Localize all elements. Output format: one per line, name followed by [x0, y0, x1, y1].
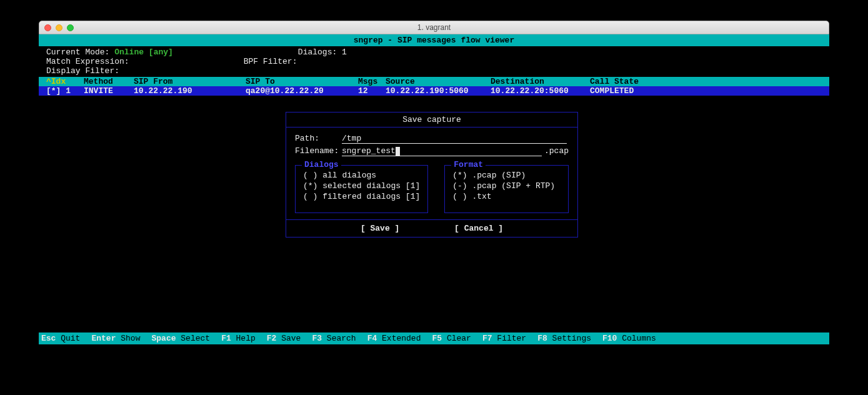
sb-columns[interactable]: F10 Columns [602, 334, 656, 343]
dialogs-legend: Dialogs [302, 160, 341, 169]
sb-help[interactable]: F1 Help [221, 334, 256, 343]
cancel-button[interactable]: [ Cancel ] [454, 224, 503, 233]
dialog-backdrop: Save capture Path: /tmp Filename: sngrep… [39, 96, 829, 258]
path-input[interactable]: /tmp [342, 134, 567, 144]
filename-label: Filename: [295, 146, 342, 156]
row-destination: 10.22.22.20:5060 [491, 86, 590, 96]
sb-search[interactable]: F3 Search [312, 334, 356, 343]
sb-extended[interactable]: F4 Extended [367, 334, 421, 343]
row-sip-from: 10.22.22.190 [134, 86, 246, 96]
mode-value: Online [any] [114, 48, 173, 57]
dialog-actions: [ Save ] [ Cancel ] [286, 219, 577, 237]
format-legend: Format [451, 160, 486, 169]
row-method: INVITE [84, 86, 134, 96]
method-header[interactable]: Method [84, 77, 134, 86]
format-fieldset: Format (*) .pcap (SIP) (-) .pcap (SIP + … [444, 165, 569, 213]
row-source: 10.22.22.190:5060 [386, 86, 491, 96]
dialogs-count: Dialogs: 1 [298, 48, 347, 57]
radio-pcap-sip[interactable]: (*) .pcap (SIP) [452, 171, 561, 181]
radio-pcap-sip-rtp[interactable]: (-) .pcap (SIP + RTP) [452, 181, 561, 192]
row-sip-to: qa20@10.22.22.20 [246, 86, 358, 96]
radio-txt[interactable]: ( ) .txt [452, 192, 561, 202]
sip-to-header[interactable]: SIP To [246, 77, 358, 86]
sb-quit[interactable]: Esc Quit [41, 334, 80, 343]
sb-settings[interactable]: F8 Settings [537, 334, 591, 343]
terminal-window: 1. vagrant sngrep - SIP messages flow vi… [39, 21, 829, 258]
filename-ext: .pcap [544, 146, 569, 156]
save-dialog: Save capture Path: /tmp Filename: sngrep… [286, 112, 578, 238]
source-header[interactable]: Source [386, 77, 491, 86]
titlebar[interactable]: 1. vagrant [39, 21, 829, 34]
dialogs-fieldset: Dialogs ( ) all dialogs (*) selected dia… [295, 165, 428, 213]
filename-input[interactable]: sngrep_test [342, 146, 542, 156]
match-label: Match Expression: [46, 57, 129, 66]
display-filter-label: Display Filter: [46, 66, 119, 76]
radio-selected-dialogs[interactable]: (*) selected dialogs [1] [303, 181, 420, 192]
destination-header[interactable]: Destination [491, 77, 590, 86]
app-header: sngrep - SIP messages flow viewer [39, 34, 829, 46]
row-msgs: 12 [358, 86, 386, 96]
radio-filtered-dialogs[interactable]: ( ) filtered dialogs [1] [303, 192, 420, 202]
sb-show[interactable]: Enter Show [91, 334, 140, 343]
sb-filter[interactable]: F7 Filter [482, 334, 526, 343]
terminal-content: sngrep - SIP messages flow viewer Curren… [39, 34, 829, 258]
info-section: Current Mode: Online [any] Dialogs: 1 Ma… [39, 46, 829, 77]
msgs-header[interactable]: Msgs [358, 77, 386, 86]
radio-all-dialogs[interactable]: ( ) all dialogs [303, 171, 420, 181]
idx-header: ^Idx [46, 77, 66, 86]
window-title: 1. vagrant [39, 23, 829, 32]
table-header: ^Idx Method Method SIP From SIP To Msgs … [39, 77, 829, 86]
table-row[interactable]: [*] 1 INVITE 10.22.22.190 qa20@10.22.22.… [39, 86, 829, 96]
mode-label: Current Mode: Online [any] [46, 48, 173, 57]
call-state-header[interactable]: Call State [590, 77, 822, 86]
sb-save[interactable]: F2 Save [267, 334, 301, 343]
sb-select[interactable]: Space Select [151, 334, 210, 343]
sb-clear[interactable]: F5 Clear [432, 334, 471, 343]
dialog-title: Save capture [286, 112, 577, 128]
save-button[interactable]: [ Save ] [361, 224, 399, 233]
row-call-state: COMPLETED [590, 86, 822, 96]
cursor-icon [396, 147, 400, 156]
path-label: Path: [295, 134, 342, 143]
bpf-label: BPF Filter: [244, 57, 297, 66]
sip-from-header[interactable]: SIP From [134, 77, 246, 86]
row-idx: [*] 1 [46, 86, 84, 96]
statusbar: Esc Quit Enter Show Space Select F1 Help… [39, 332, 829, 344]
